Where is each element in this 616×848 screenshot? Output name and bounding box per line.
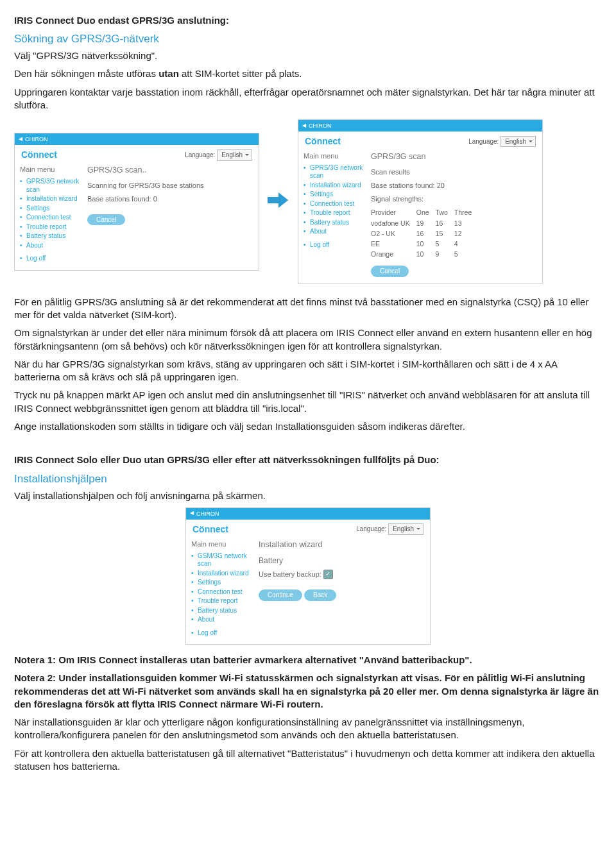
cancel-button[interactable]: Cancel bbox=[371, 266, 409, 277]
sidebar-item[interactable]: Battery status bbox=[191, 606, 252, 616]
window-titlebar: CHIRON bbox=[186, 508, 430, 520]
paragraph: Den här sökningen måste utföras utan att… bbox=[14, 67, 602, 80]
language-selector[interactable]: Language: English bbox=[185, 149, 252, 161]
sidebar-item[interactable]: Battery status bbox=[304, 218, 364, 228]
sidebar-item[interactable]: Settings bbox=[304, 190, 364, 199]
paragraph: Välj "GPRS/3G nätverkssökning". bbox=[14, 49, 602, 62]
screenshot-panel-results: CHIRON Cönnect Language: English Main me… bbox=[298, 119, 543, 284]
panel-content: GPRS/3G scan.. Scanning for GPRS/3G base… bbox=[87, 165, 253, 263]
status-text: Scanning for GPRS/3G base stations bbox=[87, 181, 253, 191]
sidebar-logoff[interactable]: Log off bbox=[304, 241, 364, 250]
language-dropdown[interactable]: English bbox=[501, 136, 536, 148]
section2-subheading: Installationshjälpen bbox=[14, 472, 602, 487]
language-selector[interactable]: Language: English bbox=[356, 523, 424, 535]
sidebar-item[interactable]: GPRS/3G network scan bbox=[20, 177, 81, 194]
screenshot-panel-wizard: CHIRON Cönnect Language: English Main me… bbox=[185, 507, 431, 645]
paragraph: När installationsguiden är klar och ytte… bbox=[14, 716, 602, 742]
panel-content: GPRS/3G scan Scan results Base stations … bbox=[371, 151, 537, 277]
sidebar-item[interactable]: Installation wizard bbox=[191, 569, 252, 579]
content-title: GPRS/3G scan bbox=[371, 151, 537, 162]
sidebar-title: Main menu bbox=[304, 151, 364, 161]
window-titlebar: CHIRON bbox=[298, 120, 542, 131]
status-text: Signal strengths: bbox=[371, 194, 537, 204]
section1-title: IRIS Connect Duo endast GPRS/3G anslutni… bbox=[14, 14, 602, 27]
sidebar-title: Main menu bbox=[20, 165, 81, 174]
section2-title: IRIS Connect Solo eller Duo utan GPRS/3G… bbox=[14, 454, 602, 466]
sidebar-item[interactable]: Battery status bbox=[20, 232, 81, 241]
panel-header: Cönnect Language: English bbox=[15, 145, 259, 162]
brand-logo: Cönnect bbox=[305, 135, 341, 148]
sidebar-item[interactable]: Installation wizard bbox=[20, 194, 81, 204]
panel-header: Cönnect Language: English bbox=[298, 131, 542, 149]
continue-button[interactable]: Continue bbox=[259, 589, 302, 601]
status-text: Base stations found: 20 bbox=[371, 181, 537, 191]
checkbox-label: Use battery backup: bbox=[259, 570, 321, 578]
sidebar-item[interactable]: Connection test bbox=[304, 199, 364, 209]
language-selector[interactable]: Language: English bbox=[468, 136, 536, 148]
sidebar-title: Main menu bbox=[191, 539, 252, 549]
sidebar: Main menu GPRS/3G network scan Installat… bbox=[304, 151, 364, 277]
status-text: Scan results bbox=[371, 167, 537, 177]
checkbox-row: Use battery backup: ✓ bbox=[259, 570, 425, 580]
brand-logo: Cönnect bbox=[193, 523, 228, 536]
cancel-button[interactable]: Cancel bbox=[87, 214, 125, 226]
sidebar-logoff[interactable]: Log off bbox=[191, 629, 252, 638]
col-header: Three bbox=[454, 207, 478, 217]
content-title: Installation wizard bbox=[259, 539, 425, 550]
sidebar-item[interactable]: Trouble report bbox=[20, 223, 81, 232]
paragraph: Om signalstyrkan är under det eller nära… bbox=[14, 326, 602, 353]
sidebar-item[interactable]: About bbox=[304, 227, 364, 237]
sidebar-item[interactable]: Settings bbox=[191, 578, 252, 588]
sidebar-item[interactable]: Settings bbox=[20, 204, 81, 214]
screenshots-row: CHIRON Cönnect Language: English Main me… bbox=[14, 119, 602, 284]
sidebar-logoff[interactable]: Log off bbox=[20, 254, 81, 264]
status-text: Base stations found: 0 bbox=[87, 194, 253, 204]
battery-backup-checkbox[interactable]: ✓ bbox=[323, 570, 333, 579]
col-header: Two bbox=[436, 207, 454, 217]
sidebar-item[interactable]: Trouble report bbox=[304, 208, 364, 218]
brand-logo: Cönnect bbox=[21, 149, 57, 161]
paragraph: För att kontrollera den aktuella batteri… bbox=[14, 747, 602, 774]
sidebar-item[interactable]: Connection test bbox=[191, 588, 252, 597]
panel-header: Cönnect Language: English bbox=[186, 520, 430, 537]
paragraph: När du har GPRS/3G signalstyrkan som krä… bbox=[14, 358, 602, 384]
subtitle: Battery bbox=[259, 555, 425, 566]
sidebar: Main menu GSM/3G network scan Installati… bbox=[191, 539, 252, 638]
sidebar-item[interactable]: About bbox=[191, 615, 252, 625]
language-dropdown[interactable]: English bbox=[388, 523, 424, 535]
arrow-icon bbox=[266, 191, 291, 212]
paragraph: Uppringaren kontaktar varje basstation i… bbox=[14, 86, 602, 112]
note-2: Notera 2: Under installationsguiden komm… bbox=[14, 672, 602, 711]
sidebar-item[interactable]: GSM/3G network scan bbox=[191, 552, 252, 569]
section1-subheading: Sökning av GPRS/3G-nätverk bbox=[14, 32, 602, 47]
language-dropdown[interactable]: English bbox=[217, 149, 252, 161]
screenshot-panel-scan: CHIRON Cönnect Language: English Main me… bbox=[14, 133, 259, 270]
sidebar-item[interactable]: Trouble report bbox=[191, 597, 252, 606]
paragraph: Tryck nu på knappen märkt AP igen och an… bbox=[14, 389, 602, 415]
paragraph: Ange installationskoden som ställts in t… bbox=[14, 420, 602, 433]
signal-table: Provider One Two Three vodafone UK191613… bbox=[371, 207, 478, 259]
paragraph: Välj installationshjälpen och följ anvis… bbox=[14, 489, 602, 502]
sidebar-item[interactable]: About bbox=[20, 241, 81, 251]
note-1: Notera 1: Om IRIS Connect installeras ut… bbox=[14, 654, 602, 666]
content-title: GPRS/3G scan.. bbox=[87, 165, 253, 176]
paragraph: För en pålitlig GPRS/3G anslutning så är… bbox=[14, 296, 602, 322]
sidebar-item[interactable]: Connection test bbox=[20, 213, 81, 223]
window-titlebar: CHIRON bbox=[15, 133, 259, 145]
panel-content: Installation wizard Battery Use battery … bbox=[259, 539, 425, 638]
sidebar-item[interactable]: GPRS/3G network scan bbox=[304, 164, 364, 181]
back-button[interactable]: Back bbox=[304, 589, 336, 601]
col-header: One bbox=[416, 207, 436, 217]
sidebar: Main menu GPRS/3G network scan Installat… bbox=[20, 165, 81, 263]
col-header: Provider bbox=[371, 207, 416, 217]
sidebar-item[interactable]: Installation wizard bbox=[304, 181, 364, 191]
